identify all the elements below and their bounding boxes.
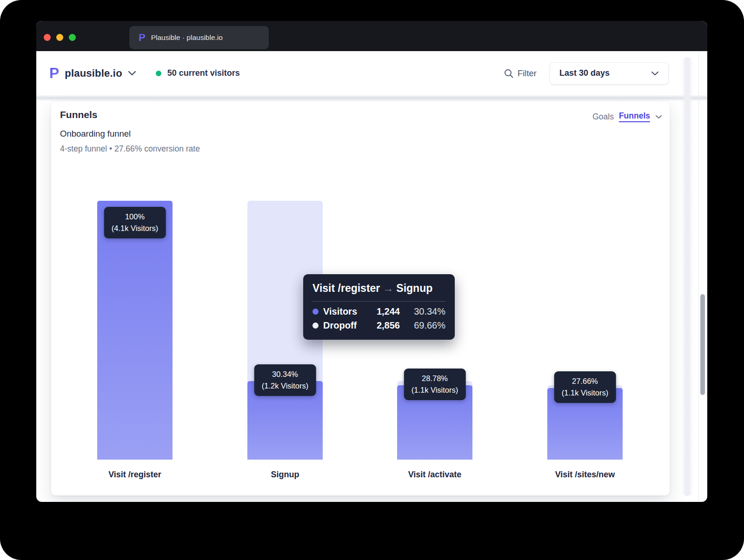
funnel-step-label: Signup [271,470,299,480]
plausible-logo-icon: P [49,65,59,82]
arrow-right-icon: → [380,282,396,294]
tooltip-row-value: 1,244 [362,306,400,317]
scrollbar-thumb[interactable] [700,294,705,395]
funnel-step-label: Visit /sites/new [555,470,615,480]
current-visitors[interactable]: 50 current visitors [156,68,240,78]
current-visitors-label: 50 current visitors [167,68,240,78]
tooltip-divider [312,301,445,302]
plausible-favicon-icon: P [139,32,146,44]
funnel-subtitle: 4-step funnel • 27.66% conversion rate [60,144,200,154]
funnel-step-label: Visit /activate [408,470,462,480]
funnel-value-badge: 27.66%(1.1k Visitors) [554,371,616,403]
browser-titlebar: P Plausible · plausible.io [36,21,707,51]
date-range-dropdown[interactable]: Last 30 days [550,62,669,85]
search-icon [504,68,514,79]
visitors-dot-icon [312,309,319,315]
tooltip-step-from: Visit /register [312,282,380,294]
funnel-bar[interactable]: 27.66%(1.1k Visitors)Visit /sites/new [547,201,623,460]
tooltip-row-pct: 30.34% [400,306,445,317]
report-view-selector: Goals Funnels [592,111,662,122]
funnels-card: Funnels Goals Funnels Onboarding funnel … [51,102,670,495]
live-dot-icon [156,71,161,76]
minimize-window-button[interactable] [56,34,63,41]
funnel-bar-fill[interactable] [97,201,173,460]
zoom-window-button[interactable] [69,34,76,41]
close-window-button[interactable] [44,34,51,41]
tooltip-row-dropoff: Dropoff 2,856 69.66% [312,320,445,331]
card-title: Funnels [60,109,98,120]
chevron-down-icon [651,71,659,76]
funnel-value-badge: 28.78%(1.1k Visitors) [404,369,466,400]
funnel-step-label: Visit /register [108,470,161,480]
chevron-down-icon [128,71,136,76]
funnel-chart: 27.66%(1.1k Visitors)Visit /sites/new28.… [51,201,670,460]
tooltip-step-to: Signup [396,282,432,294]
tooltip-title: Visit /register→Signup [312,282,445,295]
funnel-name: Onboarding funnel [60,129,131,139]
tooltip-row-pct: 69.66% [400,320,445,331]
scroll-track-shadow [682,57,693,496]
tooltip-row-label: Visitors [323,306,362,317]
funnel-tooltip: Visit /register→Signup Visitors 1,244 30… [303,274,455,340]
filter-button[interactable]: Filter [504,68,537,79]
dropoff-dot-icon [312,323,319,329]
filter-label: Filter [518,68,537,79]
tab-goals[interactable]: Goals [592,112,614,122]
tooltip-row-visitors: Visitors 1,244 30.34% [312,306,445,317]
backdrop: P Plausible · plausible.io P plausible.i… [0,0,744,560]
tab-funnels[interactable]: Funnels [619,111,650,122]
funnel-value-badge: 30.34%(1.2k Visitors) [254,364,316,396]
funnel-bar[interactable]: 100%(4.1k Visitors)Visit /register [97,201,173,460]
dashboard-topbar: P plausible.io 50 current visitors Filte… [36,51,707,95]
browser-tab[interactable]: P Plausible · plausible.io [129,26,269,49]
funnel-value-badge: 100%(4.1k Visitors) [104,207,166,238]
date-range-value: Last 30 days [559,68,646,78]
scrollbar-gutter [698,51,699,502]
chevron-down-icon[interactable] [655,115,662,119]
header-shadow-divider [36,95,707,101]
tooltip-row-label: Dropoff [323,320,362,331]
site-name: plausible.io [65,67,122,79]
tooltip-row-value: 2,856 [362,320,400,331]
browser-window: P Plausible · plausible.io P plausible.i… [36,21,707,502]
tab-title: Plausible · plausible.io [151,33,223,42]
site-switcher[interactable]: plausible.io [65,67,136,79]
